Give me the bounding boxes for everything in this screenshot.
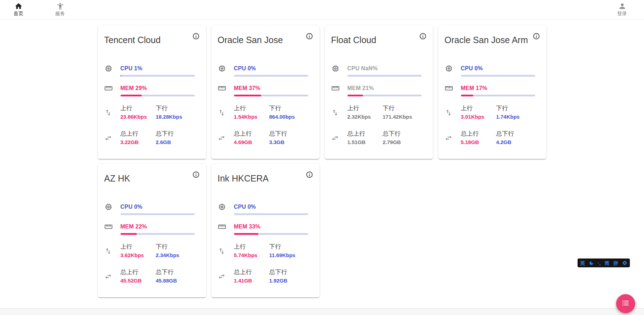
nav-left-group: 首页 服务 [13, 2, 65, 17]
info-icon[interactable] [533, 32, 540, 40]
nav-item-login-label: 登录 [617, 11, 627, 17]
card-header: Ink HKCERA [218, 173, 313, 184]
total-download-value: 2.6GB [156, 139, 191, 146]
cpu-progress-track [234, 213, 308, 215]
mem-row: MEM 37% [218, 85, 313, 96]
upload-speed-label: 上行 [347, 105, 383, 112]
cpu-progress-track [347, 75, 422, 77]
upload-speed-label: 上行 [121, 105, 156, 112]
mem-progress-fill [121, 95, 142, 96]
speed-row: 上行 5.74Kbps 下行 11.69Kbps [218, 243, 313, 259]
card-stats: CPU 0% MEM 17% [445, 65, 540, 146]
speed-row: 上行 23.86Kbps 下行 18.28Kbps [104, 105, 200, 120]
info-icon[interactable] [419, 32, 427, 40]
list-icon [622, 299, 630, 308]
mem-row: MEM 17% [445, 85, 540, 96]
cpu-progress-fill [121, 75, 121, 77]
server-name: AZ HK [104, 173, 130, 184]
info-icon[interactable] [306, 171, 313, 178]
nav-item-login[interactable]: 登录 [617, 2, 627, 17]
card-stats: CPU 0% MEM 22% [104, 203, 200, 284]
footer-divider [0, 308, 644, 315]
upload-speed-value: 5.74Kbps [234, 252, 269, 259]
download-speed-value: 11.69Kbps [269, 252, 305, 259]
moon-icon[interactable] [589, 261, 594, 266]
upload-speed-value: 2.32Kbps [347, 113, 383, 120]
ime-simplified-mode[interactable]: 简 [604, 261, 609, 266]
total-download-value: 45.88GB [156, 277, 191, 284]
total-download-value: 3.3GB [269, 139, 305, 146]
server-name: Tencent Cloud [104, 35, 161, 45]
swap-arrows-icon [218, 273, 226, 280]
mem-row: MEM 33% [218, 223, 313, 235]
cpu-usage-label: CPU NaN% [347, 65, 422, 72]
download-speed-label: 下行 [156, 243, 191, 251]
cpu-row: CPU 1% [104, 65, 200, 77]
upload-speed-value: 1.54Kbps [234, 113, 269, 120]
total-upload-label: 总上行 [121, 268, 156, 276]
ime-english-mode[interactable]: 英 [580, 261, 585, 266]
download-speed-label: 下行 [269, 243, 305, 251]
download-speed-value: 171.42Kbps [383, 113, 418, 120]
card-header: Oracle San Jose [218, 35, 313, 45]
swap-arrows-icon [445, 134, 453, 142]
download-speed-label: 下行 [269, 105, 305, 112]
total-row: 总上行 45.52GB 总下行 45.88GB [104, 268, 200, 284]
total-upload-value: 3.22GB [121, 139, 156, 146]
info-icon[interactable] [192, 32, 200, 40]
card-header: Tencent Cloud [104, 35, 200, 45]
mem-progress-track [234, 95, 308, 96]
ruler-icon [104, 222, 113, 231]
cpu-row: CPU 0% [218, 203, 313, 215]
upload-speed-label: 上行 [461, 105, 496, 112]
upload-speed-value: 3.01Kbps [461, 113, 496, 120]
total-download-value: 2.79GB [383, 139, 418, 146]
total-row: 总上行 4.69GB 总下行 3.3GB [218, 130, 313, 146]
ime-pinyin-mode[interactable]: 拼 [613, 261, 618, 266]
up-down-arrows-icon [331, 109, 340, 117]
gear-icon[interactable] [622, 260, 627, 266]
total-upload-label: 总上行 [234, 130, 269, 138]
mem-progress-fill [121, 233, 137, 235]
download-speed-label: 下行 [156, 105, 191, 112]
total-upload-value: 1.51GB [347, 139, 383, 146]
up-down-arrows-icon [445, 109, 453, 117]
mem-progress-track [347, 95, 422, 96]
download-speed-label: 下行 [496, 105, 532, 112]
server-list-fab[interactable] [616, 294, 635, 313]
mem-row: MEM 21% [331, 85, 427, 96]
card-header: Oracle San Jose Arm [445, 35, 540, 45]
nav-item-service[interactable]: 服务 [55, 2, 65, 17]
mem-usage-label: MEM 17% [461, 85, 535, 92]
mem-usage-label: MEM 37% [234, 85, 308, 92]
upload-speed-label: 上行 [234, 243, 269, 251]
cpu-row: CPU 0% [104, 203, 200, 215]
ime-punctuation-mode[interactable]: ·, [598, 261, 601, 266]
info-icon[interactable] [192, 171, 200, 178]
server-cards-grid: Tencent Cloud CPU 1% [98, 25, 546, 297]
home-icon [14, 2, 23, 10]
total-row: 总上行 1.41GB 总下行 1.92GB [218, 268, 313, 284]
mem-usage-label: MEM 33% [234, 223, 308, 230]
cpu-usage-label: CPU 0% [234, 203, 308, 210]
card-header: Float Cloud [331, 35, 427, 45]
server-name: Oracle San Jose Arm [445, 35, 528, 45]
swap-arrows-icon [104, 273, 113, 280]
mem-usage-label: MEM 21% [347, 85, 422, 92]
total-download-label: 总下行 [156, 268, 191, 276]
total-upload-label: 总上行 [234, 268, 269, 276]
cpu-progress-track [121, 75, 195, 77]
nav-item-service-label: 服务 [55, 11, 65, 17]
nav-item-home-label: 首页 [13, 11, 23, 17]
up-down-arrows-icon [104, 247, 113, 255]
person-icon [618, 2, 626, 10]
cpu-usage-label: CPU 0% [121, 203, 195, 210]
download-speed-value: 1.74Kbps [496, 113, 532, 120]
nav-item-home[interactable]: 首页 [13, 2, 23, 17]
ruler-icon [218, 222, 226, 231]
info-icon[interactable] [306, 32, 313, 40]
server-name: Float Cloud [331, 35, 376, 45]
speed-row: 上行 3.62Kbps 下行 2.34Kbps [104, 243, 200, 259]
total-row: 总上行 5.18GB 总下行 4.2GB [445, 130, 540, 146]
cpu-chip-icon [218, 203, 226, 211]
